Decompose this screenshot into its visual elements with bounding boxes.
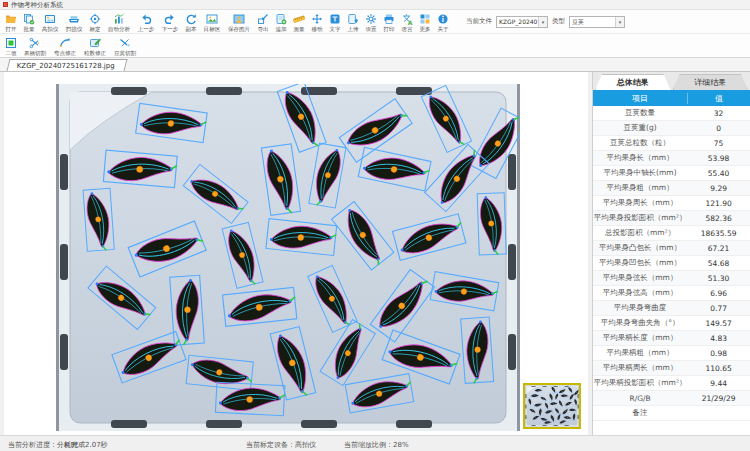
result-item-name: 平均果身长（mm） — [593, 153, 687, 163]
result-item-value: 0.98 — [687, 349, 750, 358]
result-row[interactable]: 豆荚重(g)0 — [593, 121, 750, 136]
toolbar-button-stem-cut-scissors[interactable]: 果柄切割 — [20, 35, 50, 57]
current-file-dropdown[interactable]: KZGP_2024072 ▾ — [496, 16, 548, 28]
toolbar-button-measure-ruler[interactable]: 测量 — [290, 11, 308, 33]
result-item-value: 0 — [687, 124, 750, 133]
toolbar-button-redo-arrow[interactable]: 下一步 — [158, 11, 182, 33]
result-row[interactable]: 备注 — [593, 406, 750, 421]
export-arrow-icon — [257, 13, 269, 25]
current-file-value: KZGP_2024072 — [497, 17, 538, 27]
result-row[interactable]: 平均果柄投影面积（mm²）9.44 — [593, 376, 750, 391]
results-panel: 总体结果 详细结果 项目 值 豆荚数量32豆荚重(g)0豆荚总粒数（粒）75平均… — [592, 72, 750, 435]
redo-arrow-icon — [164, 13, 176, 25]
result-row[interactable]: R/G/B21/29/29 — [593, 391, 750, 406]
result-row[interactable]: 平均果身投影面积（mm²）582.36 — [593, 211, 750, 226]
result-item-value: 121.90 — [687, 199, 750, 208]
result-row[interactable]: 平均果柄粗（mm）0.98 — [593, 346, 750, 361]
result-row[interactable]: 平均果身弦长（mm）51.30 — [593, 271, 750, 286]
result-item-name: 豆荚重(g) — [593, 123, 687, 133]
toolbar-button-move-cross[interactable]: 移动 — [308, 11, 326, 33]
toolbar-button-more-grid[interactable]: 更多 — [416, 11, 434, 33]
chevron-down-icon[interactable]: ▾ — [538, 17, 547, 27]
result-row[interactable]: 总投影面积（mm²）18635.59 — [593, 226, 750, 241]
result-row[interactable]: 平均果身弯曲夹角（°）149.57 — [593, 316, 750, 331]
result-item-value: 75 — [687, 139, 750, 148]
toolbar-button-calibrate-target[interactable]: 标定 — [86, 11, 104, 33]
upload-doc-icon — [347, 13, 359, 25]
result-row[interactable]: 平均果身中轴长(mm)55.40 — [593, 166, 750, 181]
folder-open-icon — [5, 13, 17, 25]
result-row[interactable]: 平均果身凹包长（mm）54.68 — [593, 256, 750, 271]
toolbar-button-duplicate-refresh[interactable]: 副本 — [182, 11, 200, 33]
toolbar-button-upload-doc[interactable]: 上传 — [344, 11, 362, 33]
toolbar-button-count-fix-edit[interactable]: 粒数修正 — [80, 35, 110, 57]
image-canvas[interactable] — [4, 72, 588, 435]
move-cross-icon — [311, 13, 323, 25]
toolbar-button-scanner[interactable]: 扫描仪 — [62, 11, 86, 33]
column-header-value: 值 — [687, 93, 750, 104]
status-calibration-device: 当前标定设备：高拍仪 — [246, 440, 316, 450]
result-row[interactable]: 平均果身粗（mm）9.29 — [593, 181, 750, 196]
toolbar-button-label: 打印 — [383, 25, 394, 31]
result-row[interactable]: 平均果柄周长（mm）110.65 — [593, 361, 750, 376]
result-row[interactable]: 平均果身凸包长（mm）67.21 — [593, 241, 750, 256]
result-item-value: 54.68 — [687, 259, 750, 268]
save-image-icon — [233, 13, 245, 25]
status-zoom-ratio: 当前缩放比例：28% — [344, 440, 409, 450]
result-item-value: 582.36 — [687, 214, 750, 223]
toolbar-button-label: 粒数修正 — [84, 49, 106, 55]
auto-analyze-chart-icon — [113, 13, 125, 25]
toolbar-button-target-region-image[interactable]: 目标区 — [200, 11, 224, 33]
binary-threshold-icon — [5, 37, 17, 49]
result-row[interactable]: 豆荚总粒数（粒）75 — [593, 136, 750, 151]
tab-overall-results[interactable]: 总体结果 — [595, 74, 671, 90]
toolbar-button-label: 批量 — [23, 25, 34, 31]
result-row[interactable]: 平均果身弯曲度0.77 — [593, 301, 750, 316]
toolbar-button-batch[interactable]: 批量 — [20, 11, 38, 33]
toolbar-button-label: 上一步 — [138, 25, 155, 31]
batch-icon — [23, 13, 35, 25]
navigator-thumbnail-image — [525, 385, 579, 427]
toolbar-button-binary-threshold[interactable]: 二值 — [2, 35, 20, 57]
toolbar-button-text-tool[interactable]: 文字 — [326, 11, 344, 33]
toolbar-button-save-image[interactable]: 保存图片 — [224, 11, 254, 33]
toolbar-button-about-info[interactable]: 关于 — [434, 11, 452, 33]
result-row[interactable]: 平均果身长（mm）53.98 — [593, 151, 750, 166]
toolbar-button-append-plus[interactable]: 追加 — [272, 11, 290, 33]
results-panel-tabs: 总体结果 详细结果 — [593, 72, 750, 90]
result-row[interactable]: 平均果身弦高（mm）6.96 — [593, 286, 750, 301]
undo-arrow-icon — [140, 13, 152, 25]
result-item-name: 平均果身周长（mm） — [593, 198, 687, 208]
type-dropdown[interactable]: 豆荚 ▾ — [569, 16, 625, 28]
toolbar-button-label: 保存图片 — [228, 25, 250, 31]
document-tab[interactable]: KZGP_20240725161728.jpg — [7, 59, 128, 71]
result-item-name: 平均果身凸包长（mm） — [593, 243, 687, 253]
chevron-down-icon[interactable]: ▾ — [615, 17, 624, 27]
toolbar-button-label: 追加 — [275, 25, 286, 31]
toolbar-button-folder-open[interactable]: 打开 — [2, 11, 20, 33]
toolbar-button-label: 目标区 — [204, 25, 221, 31]
document-tabbar: KZGP_20240725161728.jpg — [0, 58, 750, 72]
stem-cut-scissors-icon — [29, 37, 41, 49]
main-area: 总体结果 详细结果 项目 值 豆荚数量32豆荚重(g)0豆荚总粒数（粒）75平均… — [0, 72, 750, 435]
navigator-thumbnail[interactable] — [523, 383, 581, 429]
toolbar-button-print[interactable]: 打印 — [380, 11, 398, 33]
current-file-label: 当前文件 — [466, 17, 492, 26]
toolbar-button-doc-camera[interactable]: 高拍仪 — [38, 11, 62, 33]
toolbar-button-undo-arrow[interactable]: 上一步 — [134, 11, 158, 33]
toolbar-button-auto-analyze-chart[interactable]: 自动分析 — [104, 11, 134, 33]
result-row[interactable]: 豆荚数量32 — [593, 106, 750, 121]
specimen-photo[interactable] — [56, 84, 520, 431]
toolbar-button-language[interactable]: A语言 — [398, 11, 416, 33]
toolbar-button-export-arrow[interactable]: 导出 — [254, 11, 272, 33]
toolbar-button-pod-cut-knife[interactable]: 豆荚切割 — [110, 35, 140, 57]
result-item-value: 53.98 — [687, 154, 750, 163]
about-info-icon — [437, 13, 449, 25]
result-row[interactable]: 平均果身周长（mm）121.90 — [593, 196, 750, 211]
result-item-name: 豆荚总粒数（粒） — [593, 138, 687, 148]
tab-detailed-results[interactable]: 详细结果 — [673, 74, 749, 90]
text-tool-icon — [329, 13, 341, 25]
result-row[interactable]: 平均果柄长度（mm）4.83 — [593, 331, 750, 346]
toolbar-button-settings-gear[interactable]: 设置 — [362, 11, 380, 33]
toolbar-button-bend-fix-curve[interactable]: 弯点修正 — [50, 35, 80, 57]
